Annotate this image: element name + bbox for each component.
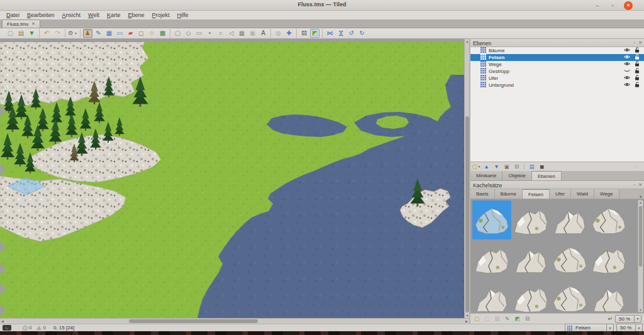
new-tileset-button[interactable]: ▢ [473, 315, 481, 322]
maximize-button[interactable]: ▫ [609, 3, 616, 9]
edit-tileset-button[interactable]: ✎ [503, 315, 511, 322]
random-mode-button[interactable]: ⚄ [299, 29, 309, 38]
scroll-left-icon[interactable]: ◀ [0, 319, 5, 324]
menu-karte[interactable]: Karte [103, 12, 125, 18]
menu-ebene[interactable]: Ebene [124, 12, 148, 18]
map-canvas[interactable] [0, 39, 464, 318]
chevron-down-icon[interactable]: ▼ [634, 316, 641, 322]
rotate-right-button[interactable]: ↻ [357, 29, 367, 38]
terrain-sets-button[interactable]: ◩ [513, 315, 521, 322]
dock-tab-ebenen[interactable]: Ebenen [532, 171, 562, 180]
scroll-down-icon[interactable]: ▼ [638, 308, 643, 312]
undo-button[interactable]: ↶ [42, 29, 52, 38]
eraser-button[interactable]: ▰ [126, 29, 135, 38]
scroll-up-icon[interactable]: ▲ [638, 200, 643, 204]
console-icon[interactable]: ›_ [3, 325, 11, 331]
rock-tile-6[interactable] [511, 239, 550, 278]
float-panel-icon[interactable]: ▫ [634, 182, 635, 187]
insert-text-button[interactable]: A [258, 29, 268, 38]
chevron-down-icon[interactable]: ▼ [635, 324, 642, 331]
new-layer-button[interactable]: ▢▼ [472, 163, 480, 170]
visibility-icon[interactable] [624, 75, 630, 81]
scroll-up-icon[interactable]: ▲ [465, 39, 469, 44]
insert-ellipse-button[interactable]: ○ [216, 29, 225, 38]
flip-horizontal-button[interactable]: ⋈ [325, 29, 335, 38]
document-tab[interactable]: Fluss.tmx✕ [2, 19, 40, 28]
tileset-tab-felsen[interactable]: Felsen [523, 189, 550, 199]
scroll-down-icon[interactable]: ▼ [465, 313, 469, 318]
unlock-icon[interactable] [635, 82, 640, 89]
edit-polygons-button[interactable]: ◇ [184, 29, 193, 38]
offset-layers-button[interactable]: ✚ [284, 29, 294, 38]
dock-tab-objekte[interactable]: Objekte [502, 171, 532, 180]
menu-welt[interactable]: Welt [84, 12, 103, 18]
open-file-button[interactable]: ▤ [16, 29, 26, 38]
rock-tile-4[interactable] [589, 200, 628, 239]
insert-polygon-button[interactable]: ◁ [226, 29, 236, 38]
stamp-brush-button[interactable]: ♟ [83, 29, 92, 38]
visibility-icon[interactable] [624, 55, 630, 60]
hscroll-thumb[interactable] [129, 319, 258, 323]
lower-layer-button[interactable]: ▼ [492, 163, 501, 170]
shape-fill-button[interactable]: ▭ [115, 29, 125, 38]
tileset-tab-wege[interactable]: Wege [594, 189, 619, 199]
menu-ansicht[interactable]: Ansicht [58, 12, 85, 18]
unlock-icon[interactable] [635, 54, 640, 61]
rock-tile-3[interactable] [550, 200, 589, 239]
insert-rectangle-button[interactable]: ▭ [194, 29, 204, 38]
unlock-icon[interactable] [635, 61, 640, 68]
layer-row-untergrund[interactable]: Untergrund [470, 82, 644, 89]
visibility-icon[interactable] [624, 48, 630, 53]
terrain-brush-button[interactable]: ✎ [94, 29, 103, 38]
tileset-tab-ufer[interactable]: Ufer [550, 189, 571, 199]
terrain-mode-button[interactable]: ◩ [310, 29, 319, 38]
tileset-tab-wald[interactable]: Wald [571, 189, 594, 199]
minimize-button[interactable]: – [594, 3, 601, 9]
tileset-tab-basis[interactable]: Basis [470, 189, 495, 199]
layer-row-wege[interactable]: Wege [470, 61, 644, 68]
lock-layer-button[interactable]: ◼ [538, 163, 546, 170]
new-map-button[interactable]: ▢ [6, 29, 15, 38]
chevron-down-icon[interactable]: ▼ [606, 324, 613, 331]
menu-hilfe[interactable]: Hilfe [174, 12, 192, 18]
tileset-scroll-thumb[interactable] [639, 206, 642, 266]
rotate-left-button[interactable]: ↺ [347, 29, 356, 38]
menu-datei[interactable]: Datei [3, 12, 23, 18]
dock-tab-minikarte[interactable]: Minikarte [470, 171, 502, 180]
float-panel-icon[interactable]: ▫ [634, 40, 635, 45]
layer-row-bume[interactable]: Bäume [470, 47, 644, 54]
delete-tileset-button[interactable]: ⊟ [523, 315, 531, 322]
rock-tile-5[interactable] [472, 239, 511, 278]
select-objects-button[interactable]: ▢ [173, 29, 182, 38]
rock-tile-12[interactable] [589, 278, 628, 313]
unlock-icon[interactable] [635, 68, 640, 75]
close-button[interactable]: ✕ [624, 1, 633, 10]
layer-row-felsen[interactable]: Felsen [470, 54, 644, 61]
rock-tile-11[interactable] [550, 278, 589, 313]
rect-select-button[interactable]: ◻ [136, 29, 146, 38]
flip-vertical-button[interactable]: ⋈ [336, 29, 345, 38]
rock-tile-7[interactable] [550, 239, 589, 278]
rock-tile-8[interactable] [589, 239, 628, 278]
highlight-current-layer-button[interactable]: ◌ [632, 163, 640, 170]
remove-layer-button[interactable]: ⊟ [513, 163, 521, 170]
visibility-icon[interactable] [624, 82, 630, 88]
menu-projekt[interactable]: Projekt [148, 12, 174, 18]
map-vertical-scrollbar[interactable]: ▲ ▼ [464, 39, 469, 318]
layer-row-gestrpp[interactable]: Gestrüpp [470, 68, 644, 75]
select-previous-layer-button[interactable]: ▤ [528, 163, 536, 170]
tileset-scrollbar[interactable]: ▲ ▼ [638, 200, 643, 312]
hidden-icon[interactable] [624, 69, 630, 74]
map-view[interactable]: ▲ ▼ ◀ ▶ [0, 39, 469, 324]
insert-point-button[interactable]: • [205, 29, 214, 38]
save-button[interactable]: ▼ [27, 29, 36, 38]
visibility-icon[interactable] [624, 62, 630, 67]
unlock-icon[interactable] [635, 47, 640, 54]
tab-overflow-icon[interactable]: ▾ [640, 194, 641, 199]
chevron-down-icon[interactable]: ▼ [478, 162, 481, 171]
tileset-zoom-combobox[interactable]: 50 %▼ [615, 315, 641, 323]
layer-row-ufer[interactable]: Ufer [470, 75, 644, 82]
close-panel-icon[interactable]: ✕ [638, 40, 642, 45]
map-horizontal-scrollbar[interactable]: ◀ ▶ [0, 318, 469, 324]
chevron-down-icon[interactable]: ▼ [74, 29, 77, 38]
